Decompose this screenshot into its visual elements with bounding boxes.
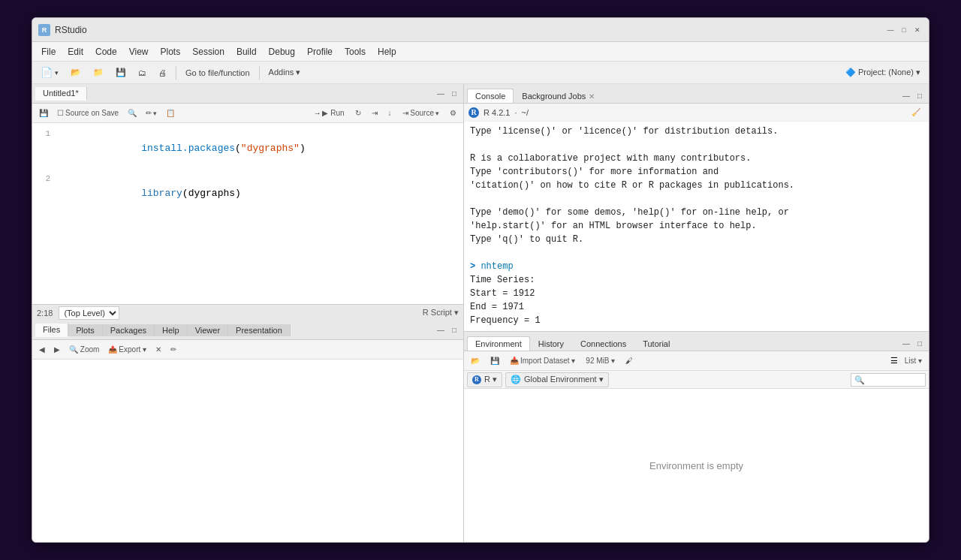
- env-search-input[interactable]: [851, 373, 926, 387]
- tab-presentation[interactable]: Presentation: [228, 324, 291, 336]
- close-button[interactable]: ✕: [912, 25, 923, 35]
- open-icon: 📂: [71, 68, 81, 77]
- extra-options-button[interactable]: ⚙: [446, 106, 460, 121]
- tab-environment[interactable]: Environment: [467, 336, 530, 351]
- save-doc-button[interactable]: 💾: [35, 106, 52, 121]
- addins-button[interactable]: Addins ▾: [264, 65, 306, 81]
- menu-edit[interactable]: Edit: [62, 45, 89, 59]
- zoom-button[interactable]: 🔍 Zoom: [65, 342, 103, 357]
- code-editor[interactable]: 1 install.packages("dygraphs") 2 library…: [32, 123, 463, 304]
- tab-history[interactable]: History: [530, 336, 572, 351]
- editor-panel: Untitled1* — □ 💾 ☐ Source on Save: [32, 84, 464, 321]
- env-minimize-btn[interactable]: —: [900, 337, 912, 349]
- menu-build[interactable]: Build: [230, 45, 263, 59]
- export-button[interactable]: 📤 Export ▾: [104, 342, 150, 357]
- console-tab-label: Console: [475, 92, 505, 101]
- tab-plots[interactable]: Plots: [68, 324, 102, 336]
- step-into-button[interactable]: ↓: [384, 106, 396, 121]
- run-button[interactable]: → ▶ Run: [309, 106, 348, 121]
- line-num-2: 2: [32, 171, 56, 186]
- console-line-contrib: Type 'contributors()' for more informati…: [470, 165, 923, 179]
- go-to-file-button[interactable]: Go to file/function: [180, 65, 255, 81]
- project-icon: 🔷: [845, 68, 856, 77]
- minimize-button[interactable]: —: [885, 25, 896, 35]
- r-env-logo: R: [472, 375, 481, 384]
- editor-minimize-button[interactable]: —: [435, 88, 447, 100]
- tab-tutorial[interactable]: Tutorial: [634, 336, 678, 351]
- clear-env-button[interactable]: 🖌: [622, 354, 637, 369]
- console-clear-button[interactable]: 🧹: [908, 105, 924, 120]
- files-forward-button[interactable]: ▶: [50, 342, 64, 357]
- console-output[interactable]: Type 'license()' or 'licence()' for dist…: [464, 122, 929, 331]
- env-maximize-btn[interactable]: □: [914, 337, 926, 349]
- tutorial-tab-label: Tutorial: [643, 339, 670, 348]
- files-maximize-btn[interactable]: □: [448, 324, 460, 336]
- open-file-button[interactable]: 📂: [65, 65, 86, 81]
- console-maximize-btn[interactable]: □: [914, 89, 926, 101]
- compile-report-button[interactable]: 📋: [162, 106, 179, 121]
- environment-panel: Environment History Connections Tutorial…: [464, 332, 929, 542]
- menu-help[interactable]: Help: [372, 45, 402, 59]
- project-button[interactable]: 🔷 Project: (None) ▾: [840, 65, 926, 81]
- tab-help[interactable]: Help: [155, 324, 188, 336]
- editor-tab-untitled1[interactable]: Untitled1*: [35, 87, 87, 101]
- code-tools-dropdown[interactable]: ▾: [153, 110, 157, 117]
- code-tools-icon: ✏: [146, 109, 152, 117]
- load-workspace-button[interactable]: 📂: [467, 354, 484, 369]
- tab-files[interactable]: Files: [35, 324, 68, 337]
- save-workspace-button[interactable]: 💾: [487, 354, 503, 369]
- editor-maximize-button[interactable]: □: [448, 88, 460, 100]
- menu-file[interactable]: File: [35, 45, 62, 59]
- env-panel-controls: — □: [900, 337, 926, 351]
- console-nhtemp-cmd: nhtemp: [480, 261, 513, 272]
- tab-packages[interactable]: Packages: [103, 324, 155, 336]
- source-dropdown[interactable]: ▾: [435, 110, 439, 117]
- level-selector[interactable]: (Top Level): [59, 306, 119, 320]
- open-project-button[interactable]: 📁: [88, 65, 109, 81]
- menu-code[interactable]: Code: [89, 45, 123, 59]
- gear-icon: ⚙: [450, 109, 456, 117]
- tab-console[interactable]: Console: [467, 89, 514, 103]
- find-button[interactable]: 🔍: [124, 106, 140, 121]
- toolbar-sep-1: [176, 66, 176, 80]
- menu-plots[interactable]: Plots: [155, 45, 187, 59]
- menu-tools[interactable]: Tools: [339, 45, 372, 59]
- list-view-button[interactable]: List ▾: [901, 354, 926, 369]
- files-remove-button[interactable]: ✕: [152, 342, 165, 357]
- menu-view[interactable]: View: [123, 45, 155, 59]
- console-line-quit: Type 'q()' to quit R.: [470, 233, 923, 246]
- files-back-button[interactable]: ◀: [35, 342, 49, 357]
- files-minimize-btn[interactable]: —: [435, 324, 447, 336]
- console-line-demo: Type 'demo()' for some demos, 'help()' f…: [470, 206, 923, 219]
- console-minimize-btn[interactable]: —: [900, 89, 912, 101]
- source-btn[interactable]: ⇥ Source ▾: [399, 106, 443, 121]
- step-button[interactable]: ⇥: [368, 106, 381, 121]
- bg-jobs-close-icon[interactable]: ✕: [589, 92, 595, 101]
- restore-button[interactable]: □: [899, 25, 909, 35]
- menu-profile[interactable]: Profile: [301, 45, 339, 59]
- line-num-1: 1: [32, 126, 56, 141]
- print-button[interactable]: 🖨: [153, 65, 172, 81]
- titlebar: R RStudio — □ ✕: [32, 18, 929, 42]
- global-env-selector[interactable]: 🌐 Global Environment ▾: [505, 372, 609, 387]
- import-label: Import Dataset ▾: [520, 357, 575, 365]
- tab-background-jobs[interactable]: Background Jobs ✕: [514, 89, 603, 103]
- code-line-1: 1 install.packages("dygraphs"): [32, 126, 463, 171]
- menu-session[interactable]: Session: [186, 45, 230, 59]
- r-selector[interactable]: R R ▾: [467, 372, 502, 387]
- save-all-button[interactable]: 🗂: [133, 65, 152, 81]
- project-label: Project: (None) ▾: [858, 68, 920, 77]
- tab-connections[interactable]: Connections: [572, 336, 634, 351]
- source-on-save-checkbox[interactable]: ☐ Source on Save: [53, 106, 122, 121]
- code-tools-button[interactable]: ✏ ▾: [142, 106, 161, 121]
- rerun-button[interactable]: ↻: [351, 106, 365, 121]
- save-button[interactable]: 💾: [110, 65, 131, 81]
- line-content-1: install.packages("dygraphs"): [56, 126, 306, 171]
- import-dataset-button[interactable]: 📥 Import Dataset ▾: [506, 354, 579, 369]
- files-new-button[interactable]: ✏: [167, 342, 180, 357]
- tab-viewer[interactable]: Viewer: [188, 324, 228, 336]
- new-file-button[interactable]: 📄 ▾: [35, 65, 64, 81]
- new-file-dropdown[interactable]: ▾: [55, 69, 59, 77]
- step-into-icon: ↓: [388, 109, 392, 117]
- menu-debug[interactable]: Debug: [263, 45, 301, 59]
